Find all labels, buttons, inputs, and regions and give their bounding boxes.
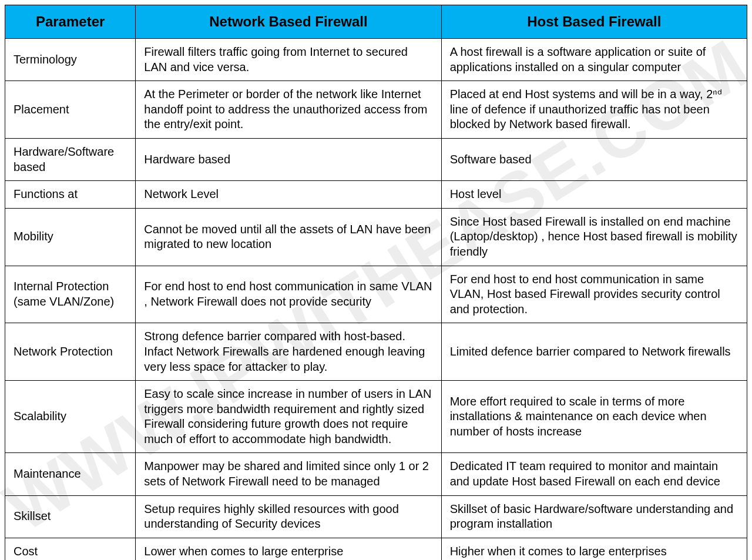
table-header-row: Parameter Network Based Firewall Host Ba… bbox=[5, 5, 747, 39]
param-cell: Terminology bbox=[5, 39, 136, 81]
host-cell: For end host to end host communication i… bbox=[441, 266, 747, 323]
param-cell: Hardware/Software based bbox=[5, 138, 136, 180]
table-row: Cost Lower when comes to large enterpris… bbox=[5, 538, 747, 560]
table-row: Internal Protection (same VLAN/Zone) For… bbox=[5, 266, 747, 323]
param-cell: Mobility bbox=[5, 208, 136, 266]
table-row: Network Protection Strong defence barrie… bbox=[5, 323, 747, 381]
net-cell: Cannot be moved until all the assets of … bbox=[136, 208, 441, 266]
param-cell: Functions at bbox=[5, 181, 136, 209]
table-row: Hardware/Software based Hardware based S… bbox=[5, 138, 747, 180]
net-cell: Easy to scale since increase in number o… bbox=[136, 381, 441, 453]
table-row: Skillset Setup requires highly skilled r… bbox=[5, 495, 747, 538]
net-cell: Setup requires highly skilled resources … bbox=[136, 495, 441, 538]
param-cell: Placement bbox=[5, 81, 136, 139]
net-cell: Strong defence barrier compared with hos… bbox=[136, 323, 441, 381]
net-cell: Network Level bbox=[136, 181, 441, 209]
host-cell: More effort required to scale in terms o… bbox=[441, 381, 747, 453]
host-cell: Skillset of basic Hardware/software unde… bbox=[441, 495, 747, 538]
host-cell: Higher when it comes to large enterprise… bbox=[441, 538, 747, 560]
table-row: Terminology Firewall filters traffic goi… bbox=[5, 39, 747, 81]
net-cell: Lower when comes to large enterprise bbox=[136, 538, 441, 560]
header-network: Network Based Firewall bbox=[136, 5, 441, 39]
table-row: Mobility Cannot be moved until all the a… bbox=[5, 208, 747, 266]
host-cell: A host firewall is a software applicatio… bbox=[441, 39, 747, 81]
net-cell: Firewall filters traffic going from Inte… bbox=[136, 39, 441, 81]
param-cell: Skillset bbox=[5, 495, 136, 538]
header-parameter: Parameter bbox=[5, 5, 136, 39]
param-cell: Cost bbox=[5, 538, 136, 560]
header-host: Host Based Firewall bbox=[441, 5, 747, 39]
net-cell: At the Perimeter or border of the networ… bbox=[136, 81, 441, 139]
host-cell: Software based bbox=[441, 138, 747, 180]
host-cell: Since Host based Firewall is installed o… bbox=[441, 208, 747, 266]
table-row: Maintenance Manpower may be shared and l… bbox=[5, 453, 747, 495]
host-cell: Placed at end Host systems and will be i… bbox=[441, 81, 747, 139]
table-row: Placement At the Perimeter or border of … bbox=[5, 81, 747, 139]
table-row: Functions at Network Level Host level bbox=[5, 181, 747, 209]
param-cell: Network Protection bbox=[5, 323, 136, 381]
net-cell: Manpower may be shared and limited since… bbox=[136, 453, 441, 495]
net-cell: Hardware based bbox=[136, 138, 441, 180]
table-row: Scalability Easy to scale since increase… bbox=[5, 381, 747, 453]
host-cell: Dedicated IT team required to monitor an… bbox=[441, 453, 747, 495]
net-cell: For end host to end host communication i… bbox=[136, 266, 441, 323]
comparison-table: Parameter Network Based Firewall Host Ba… bbox=[5, 5, 747, 560]
param-cell: Scalability bbox=[5, 381, 136, 453]
host-cell: Limited defence barrier compared to Netw… bbox=[441, 323, 747, 381]
host-cell: Host level bbox=[441, 181, 747, 209]
param-cell: Maintenance bbox=[5, 453, 136, 495]
param-cell: Internal Protection (same VLAN/Zone) bbox=[5, 266, 136, 323]
